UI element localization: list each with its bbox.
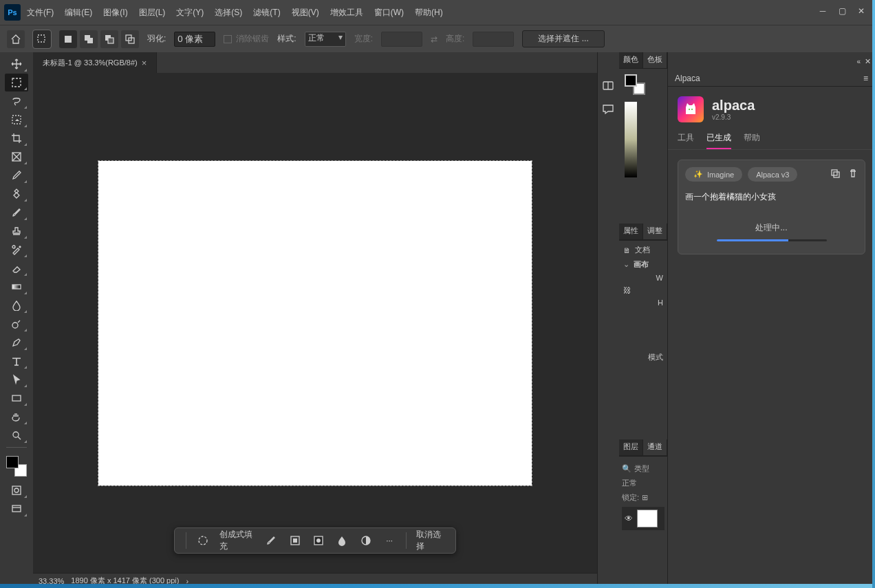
document-tab-title: 未标题-1 @ 33.3%(RGB/8#) — [43, 58, 138, 68]
style-select[interactable]: 正常 ▾ — [305, 32, 346, 47]
canvas-area[interactable]: 创成式填充 ··· 取消选择 — [33, 73, 597, 573]
layer-search-type[interactable]: 类型 — [634, 464, 649, 474]
canvas[interactable] — [98, 161, 532, 486]
more-icon[interactable]: ··· — [382, 532, 396, 549]
svg-point-16 — [13, 432, 19, 437]
style-label: 样式: — [277, 33, 296, 45]
panel-close-icon[interactable]: ✕ — [865, 57, 871, 66]
pen-tool[interactable] — [5, 334, 28, 351]
delete-icon[interactable] — [848, 168, 858, 180]
imagine-pill[interactable]: ✨Imagine — [685, 167, 742, 182]
prompt-text: 画一个抱着橘猫的小女孩 — [685, 191, 858, 203]
svg-rect-3 — [87, 38, 93, 43]
zoom-tool[interactable] — [5, 426, 28, 444]
dodge-tool[interactable] — [5, 315, 28, 333]
hand-tool[interactable] — [5, 408, 28, 426]
subtract-selection-icon[interactable] — [100, 30, 118, 48]
antialias-checkbox[interactable] — [224, 35, 232, 43]
canvas-section-label: 画布 — [634, 259, 649, 270]
blend-mode-select[interactable]: 正常 — [622, 478, 637, 488]
eraser-tool[interactable] — [5, 259, 28, 277]
strip-learn-icon[interactable] — [602, 80, 616, 94]
stamp-tool[interactable] — [5, 222, 28, 240]
brush-tool[interactable] — [5, 204, 28, 221]
gradient-tool[interactable] — [5, 278, 28, 296]
properties-panel-tab[interactable]: 属性 — [619, 224, 643, 239]
canvas-caret-icon[interactable]: ⌄ — [623, 260, 629, 269]
alpaca-tab-tools[interactable]: 工具 — [678, 132, 694, 149]
height-input — [473, 32, 514, 47]
channels-panel-tab[interactable]: 通道 — [643, 439, 667, 455]
swap-wh-icon[interactable]: ⇄ — [431, 34, 438, 44]
tool-preset-icon[interactable] — [33, 30, 51, 48]
fill-icon[interactable] — [335, 532, 349, 549]
maximize-button[interactable]: ▢ — [832, 4, 852, 18]
quick-mask-icon[interactable] — [5, 481, 28, 499]
home-icon[interactable] — [7, 30, 25, 48]
generative-fill-button[interactable]: 创成式填充 — [219, 529, 255, 552]
add-selection-icon[interactable] — [80, 30, 98, 48]
cancel-selection-button[interactable]: 取消选择 — [416, 529, 444, 552]
eyedropper-tool[interactable] — [5, 166, 28, 184]
rectangle-tool[interactable] — [5, 389, 28, 407]
alpaca-panel-menu-icon[interactable]: ≡ — [863, 74, 868, 83]
panel-collapse-icon[interactable]: « — [856, 58, 861, 65]
search-icon[interactable]: 🔍 — [622, 464, 631, 473]
menu-window[interactable]: 窗口(W) — [369, 4, 409, 21]
move-tool[interactable] — [5, 55, 28, 73]
layer-visibility-icon[interactable]: 👁 — [625, 514, 633, 523]
menu-plugins[interactable]: 增效工具 — [325, 4, 368, 21]
copy-icon[interactable] — [830, 168, 840, 180]
w-label: W — [656, 274, 663, 282]
heal-tool[interactable] — [5, 185, 28, 203]
screen-mode-icon[interactable] — [5, 500, 28, 518]
menu-type[interactable]: 文字(Y) — [171, 4, 208, 21]
crop-tool[interactable] — [5, 129, 28, 147]
alpaca-tab-generated[interactable]: 已生成 — [706, 132, 731, 149]
menu-filter[interactable]: 滤镜(T) — [248, 4, 285, 21]
menu-help[interactable]: 帮助(H) — [410, 4, 448, 21]
menu-edit[interactable]: 编辑(E) — [60, 4, 97, 21]
add-mask-icon[interactable] — [288, 532, 302, 549]
color-mini-swatch[interactable] — [625, 74, 645, 95]
lasso-tool[interactable] — [5, 92, 28, 110]
close-button[interactable]: ✕ — [852, 4, 871, 18]
menu-select[interactable]: 选择(S) — [210, 4, 247, 21]
feather-input[interactable] — [174, 32, 215, 47]
object-select-tool[interactable] — [5, 111, 28, 129]
swatches-panel-tab[interactable]: 色板 — [643, 52, 667, 68]
toolbox — [0, 52, 33, 588]
menu-file[interactable]: 文件(F) — [22, 4, 58, 21]
new-selection-icon[interactable] — [59, 30, 77, 48]
menu-view[interactable]: 视图(V) — [287, 4, 324, 21]
blur-tool[interactable] — [5, 296, 28, 314]
marquee-tool[interactable] — [5, 74, 28, 91]
select-and-mask-button[interactable]: 选择并遮住 ... — [522, 30, 604, 47]
document-tab[interactable]: 未标题-1 @ 33.3%(RGB/8#) × — [33, 52, 157, 73]
path-select-tool[interactable] — [5, 371, 28, 389]
link-wh-icon[interactable]: ⛓ — [623, 286, 631, 294]
menu-image[interactable]: 图像(I) — [98, 4, 132, 21]
model-pill[interactable]: Alpaca v3 — [748, 167, 797, 182]
color-panel-tab[interactable]: 颜色 — [619, 52, 643, 68]
minimize-button[interactable]: ─ — [813, 4, 832, 18]
type-tool[interactable] — [5, 352, 28, 370]
tab-close-icon[interactable]: × — [142, 58, 147, 68]
invert-icon[interactable] — [312, 532, 325, 549]
alpaca-tab-help[interactable]: 帮助 — [744, 132, 760, 149]
layer-row[interactable]: 👁 — [622, 507, 665, 530]
brush-shortcut-icon[interactable] — [264, 532, 278, 549]
foreground-swatch[interactable] — [6, 456, 19, 468]
adjust-icon[interactable] — [359, 532, 373, 549]
frame-tool[interactable] — [5, 148, 28, 166]
lock-icons[interactable]: ⊞ — [642, 493, 648, 502]
history-brush-tool[interactable] — [5, 241, 28, 259]
layers-panel-tab[interactable]: 图层 — [619, 439, 643, 455]
strip-comment-icon[interactable] — [602, 103, 616, 117]
intersect-selection-icon[interactable] — [121, 30, 139, 48]
color-swatches[interactable] — [5, 455, 28, 478]
adjust-panel-tab[interactable]: 调整 — [643, 224, 667, 239]
layer-thumbnail[interactable] — [637, 510, 658, 527]
menu-layer[interactable]: 图层(L) — [134, 4, 171, 21]
alpaca-panel-title[interactable]: Alpaca — [675, 74, 700, 83]
